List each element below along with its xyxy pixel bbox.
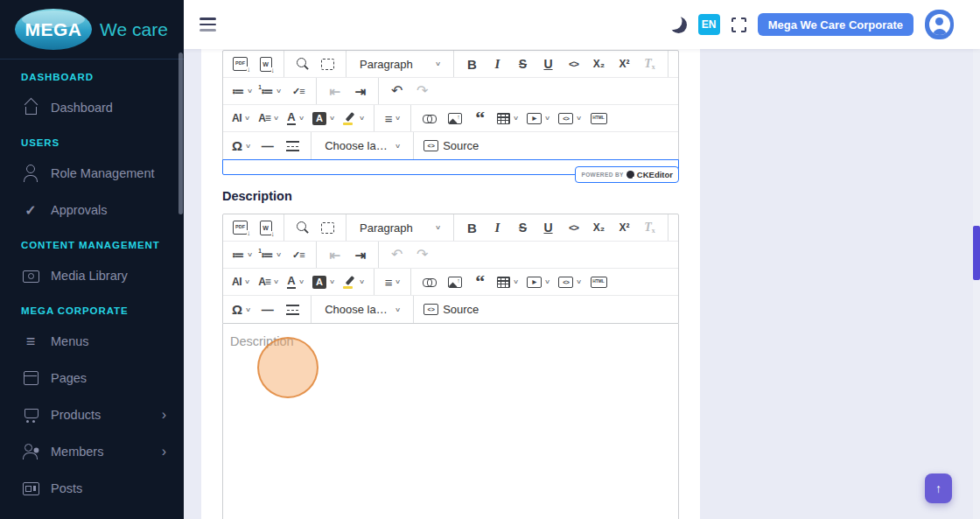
bold-icon: B [467,221,477,235]
numbered-list-button[interactable]: ≔∨ [258,81,284,102]
select-all-button[interactable] [317,53,339,75]
export-word-button[interactable]: W [255,217,276,239]
subscript-button[interactable]: X₂ [588,53,610,75]
italic-button[interactable]: I [486,53,508,75]
numbered-list-button[interactable]: ≔∨ [258,244,284,266]
html-embed-button[interactable]: HTML [588,271,610,293]
page-scrollbar[interactable] [973,49,980,519]
export-word-button[interactable]: W [255,53,276,75]
find-replace-button[interactable] [291,53,313,75]
block-quote-button[interactable]: “ [469,271,491,293]
strikethrough-button[interactable]: S [512,53,534,75]
subscript-button[interactable]: X₂ [588,217,610,239]
export-pdf-button[interactable]: PDF [229,217,251,239]
undo-button[interactable]: ↶ [386,81,408,102]
ckeditor-brand-text: CKEditor [637,170,673,179]
page-scrollbar-thumb[interactable] [973,226,980,280]
insert-image-button[interactable] [444,271,466,293]
font-background-button[interactable]: A∨ [310,271,337,293]
alignment-button[interactable]: ≡∨ [382,108,403,130]
font-size-button[interactable]: AI∨ [229,271,252,293]
sidebar-scrollbar-thumb[interactable] [178,53,183,214]
underline-button[interactable]: U [537,53,559,75]
language-dropdown[interactable]: Choose lang...∨ [318,135,406,157]
special-characters-button[interactable]: Ω∨ [229,298,253,320]
insert-table-button[interactable]: ∨ [494,108,521,130]
alignment-button[interactable]: ≡∨ [382,271,403,293]
bold-button[interactable]: B [461,217,483,239]
italic-button[interactable]: I [486,217,508,239]
font-family-button[interactable]: A≡∨ [256,108,281,130]
underline-button[interactable]: U [537,217,559,239]
horizontal-line-button[interactable]: — [256,135,278,157]
scroll-to-top-button[interactable]: ↑ [925,473,952,503]
font-family-button[interactable]: A≡∨ [256,271,281,293]
todo-list-button[interactable]: ✓≡ [287,81,309,102]
highlight-button[interactable]: ∨ [340,271,367,293]
insert-media-button[interactable]: ▶∨ [524,108,552,130]
insert-media-icon: ▶ [527,277,542,288]
toolbar-separator [311,132,312,159]
code-button[interactable]: <> [563,217,584,239]
bulleted-list-button[interactable]: ≔∨ [229,244,255,266]
font-size-button[interactable]: AI∨ [229,108,252,130]
html-embed-button[interactable]: HTML [588,108,610,130]
heading-dropdown[interactable]: Paragraph∨ [354,53,446,75]
link-button[interactable] [418,271,440,293]
chevron-down-icon: ∨ [329,278,335,285]
find-replace-button[interactable] [291,217,313,239]
select-all-button[interactable] [317,217,339,239]
bold-button[interactable]: B [461,53,483,75]
todo-list-button[interactable]: ✓≡ [287,244,309,266]
block-quote-button[interactable]: “ [469,108,491,130]
font-color-button[interactable]: A∨ [284,271,306,293]
font-background-icon: A [312,112,326,125]
source-button[interactable]: <>Source [421,135,481,157]
language-dropdown[interactable]: Choose lang...∨ [318,298,406,320]
page-break-button[interactable] [282,298,304,320]
font-color-button[interactable]: A∨ [284,108,306,130]
toolbar-separator [374,105,374,131]
horizontal-line-button[interactable]: — [256,298,278,320]
insert-image-button[interactable] [444,108,466,130]
source-button[interactable]: <>Source [421,298,481,320]
sidebar-item-products[interactable]: Products› [0,396,184,433]
bulleted-list-button[interactable]: ≔∨ [229,81,255,102]
page-break-button[interactable] [282,135,304,157]
editor2-content[interactable]: Description [222,324,679,519]
sidebar-item-posts[interactable]: Posts [0,470,184,507]
code-button[interactable]: <> [563,53,584,75]
insert-table-button[interactable]: ∨ [494,271,521,293]
font-background-button[interactable]: A∨ [310,108,337,130]
indent-button[interactable]: ⇥ [349,244,371,266]
strikethrough-button[interactable]: S [512,217,534,239]
ckeditor-badge[interactable]: POWERED BY CKEditor [575,166,679,183]
sidebar-item-role-management[interactable]: Role Management [0,155,184,192]
company-button[interactable]: Mega We Care Corporate [758,13,914,36]
user-avatar[interactable] [925,10,954,39]
sidebar-item-label: Pages [51,371,166,385]
superscript-button[interactable]: X² [613,53,635,75]
insert-media-button[interactable]: ▶∨ [524,271,552,293]
sidebar-item-media-library[interactable]: Media Library [0,257,184,294]
sidebar-item-menus[interactable]: ≡Menus [0,323,184,360]
app-logo[interactable]: MEGA We care [0,0,184,60]
dark-mode-toggle-icon[interactable] [670,17,687,33]
fullscreen-icon[interactable] [732,18,746,32]
export-pdf-button[interactable]: PDF [229,53,251,75]
sidebar-item-dashboard[interactable]: Dashboard [0,89,184,126]
sidebar-item-approvals[interactable]: ✓Approvals [0,192,184,228]
heading-dropdown[interactable]: Paragraph∨ [354,217,446,239]
code-block-button[interactable]: <>∨ [556,271,584,293]
sidebar-item-members[interactable]: Members› [0,433,184,470]
language-badge[interactable]: EN [698,14,720,35]
highlight-button[interactable]: ∨ [340,108,367,130]
indent-button[interactable]: ⇥ [349,81,371,102]
menu-toggle-button[interactable] [196,14,220,35]
special-characters-button[interactable]: Ω∨ [229,135,253,157]
link-button[interactable] [418,108,440,130]
menu-icon: ≡ [21,333,40,350]
sidebar-item-pages[interactable]: Pages [0,360,184,396]
code-block-button[interactable]: <>∨ [556,108,584,130]
superscript-button[interactable]: X² [613,217,635,239]
